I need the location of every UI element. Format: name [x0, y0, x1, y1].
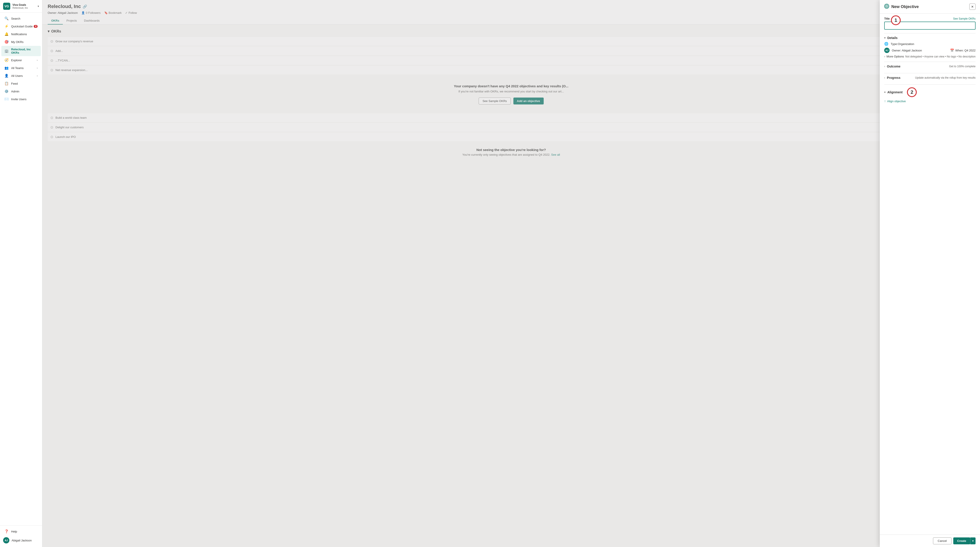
sidebar-item-myokrs[interactable]: 🎯 My OKRs [2, 38, 41, 46]
outcome-section-header[interactable]: › Outcome Get to 100% complete [884, 65, 975, 68]
sidebar-item-label: All Users [11, 74, 37, 78]
sidebar-item-label: Feed [11, 82, 38, 85]
okr-label: Grow our company's revenue [56, 40, 93, 43]
empty-state-title: Your company doesn't have any Q4 2022 ob… [52, 84, 970, 88]
invite-icon: ✉️ [5, 97, 9, 101]
sidebar-item-invite[interactable]: ✉️ Invite Users [2, 95, 41, 103]
create-button[interactable]: Create [953, 537, 970, 544]
sidebar-item-relecloud[interactable]: 🏢 Relecloud, Inc OKRs [2, 46, 41, 56]
sidebar-item-notifications[interactable]: 🔔 Notifications [2, 30, 41, 38]
type-label: Type:Organization [891, 42, 914, 46]
table-row[interactable]: ⊙ ...TYCAN... [48, 56, 975, 65]
sidebar-bottom: ❓ Help AJ Abigail Jackson [0, 525, 42, 547]
table-row[interactable]: ⊙ Build a world class team [48, 113, 975, 122]
see-sample-link[interactable]: See Sample OKRs [953, 17, 975, 20]
table-row[interactable]: ⊙ Delight our customers [48, 123, 975, 132]
sidebar-item-explorer[interactable]: 🧭 Explorer › [2, 56, 41, 64]
bookmark-button[interactable]: 🔖 Bookmark [104, 11, 122, 14]
okr-label: Add... [56, 49, 63, 52]
close-panel-button[interactable]: ✕ [969, 3, 975, 10]
cancel-button[interactable]: Cancel [933, 537, 951, 544]
more-options-row[interactable]: › More Options Not delegated • Anyone ca… [884, 55, 975, 58]
okr-label: Build a world class team [56, 116, 87, 119]
okr-label: Net revenue expansion... [56, 68, 88, 72]
details-section: ▾ Details 🌐 Type:Organization AJ Owner: … [884, 33, 975, 62]
follow-icon: ✓ [125, 11, 127, 14]
sidebar-expand-icon: ▾ [38, 5, 39, 8]
sidebar-item-allusers[interactable]: 👤 All Users › [2, 72, 41, 80]
when-label: When: Q4 2022 [955, 49, 975, 52]
allteams-chevron-icon: › [37, 67, 38, 69]
alignment-section: ▾ Alignment 2 ↑ Align objective [884, 84, 975, 106]
sidebar-user[interactable]: AJ Abigail Jackson [0, 536, 42, 545]
more-options-label: More Options [886, 55, 904, 58]
progress-section: › Progress Update automatically via the … [884, 73, 975, 84]
empty-state: Your company doesn't have any Q4 2022 ob… [48, 75, 975, 113]
align-up-icon: ↑ [884, 99, 886, 103]
type-row: 🌐 Type:Organization [884, 42, 975, 46]
tab-okrs[interactable]: OKRs [48, 17, 63, 24]
sidebar-header[interactable]: VG Viva Goals Relecloud, Inc ▾ [0, 0, 42, 13]
sidebar-item-label: All Teams [11, 66, 37, 70]
progress-section-header[interactable]: › Progress Update automatically via the … [884, 76, 975, 80]
sidebar-item-label: My OKRs [11, 40, 38, 44]
outcome-section-title: Outcome [887, 65, 900, 68]
panel-footer: Cancel Create ▾ [880, 534, 980, 547]
admin-icon: ⚙️ [5, 89, 9, 93]
alignment-section-header[interactable]: ▾ Alignment 2 [884, 87, 975, 97]
table-row[interactable]: ⊙ Add... [48, 46, 975, 55]
details-section-header[interactable]: ▾ Details [884, 36, 975, 40]
create-button-group: Create ▾ [953, 537, 975, 544]
svg-point-2 [886, 6, 887, 7]
sidebar-item-label: Search [11, 17, 38, 20]
create-dropdown-button[interactable]: ▾ [970, 537, 975, 544]
owner-row: AJ Owner: Abigail Jackson 📅 When: Q4 202… [884, 48, 975, 53]
progress-chevron-icon: › [884, 76, 885, 79]
table-row[interactable]: ⊙ Launch our IPO [48, 132, 975, 141]
okr-label: ...TYCAN... [56, 59, 70, 62]
myokrs-icon: 🎯 [5, 40, 9, 44]
main-header: Relecloud, Inc 🔗 Owner: Abigail Jackson … [42, 0, 980, 25]
sidebar-app-title: Viva Goals [13, 3, 38, 6]
notifications-icon: 🔔 [5, 32, 9, 36]
sidebar-item-allteams[interactable]: 👥 All Teams › [2, 64, 41, 72]
sidebar-item-help[interactable]: ❓ Help [2, 528, 41, 535]
align-objective-link[interactable]: ↑ Align objective [884, 99, 975, 103]
not-seeing-title: Not seeing the objective you're looking … [48, 148, 975, 152]
main-meta: Owner: Abigail Jackson 👤 0 Followers 🔖 B… [48, 11, 975, 14]
add-objective-button[interactable]: Add an objective [513, 97, 544, 105]
table-row[interactable]: ⊙ Net revenue expansion... [48, 66, 975, 75]
sidebar-item-label: Explorer [11, 59, 37, 62]
avatar: AJ [3, 537, 10, 544]
see-all-link[interactable]: See all [551, 153, 560, 156]
main-title-row: Relecloud, Inc 🔗 [48, 3, 975, 10]
sidebar-item-admin[interactable]: ⚙️ Admin [2, 87, 41, 95]
sidebar-item-quickstart[interactable]: ⚡ Quickstart Guide 4 [2, 22, 41, 30]
sidebar-item-label: Relecloud, Inc OKRs [11, 48, 38, 54]
owner-avatar: AJ [884, 48, 889, 53]
table-row[interactable]: ⊙ Grow our company's revenue [48, 37, 975, 46]
details-chevron-icon: ▾ [884, 36, 886, 40]
tab-projects[interactable]: Projects [63, 17, 80, 24]
okr-icon: ⊙ [50, 116, 53, 120]
outcome-section: › Outcome Get to 100% complete [884, 62, 975, 73]
quickstart-icon: ⚡ [5, 24, 9, 28]
follow-button[interactable]: ✓ Follow [125, 11, 137, 14]
not-seeing-sub: You're currently only seeing objectives … [48, 153, 975, 156]
see-sample-okrs-button[interactable]: See Sample OKRs [479, 97, 511, 105]
progress-note: Update automatically via the rollup from… [915, 76, 975, 79]
okr-list-2: ⊙ Build a world class team ⊙ Delight our… [48, 113, 975, 141]
owner-label: Owner: Abigail Jackson [892, 49, 922, 52]
followers-count: 👤 0 Followers [81, 11, 100, 14]
sidebar: VG Viva Goals Relecloud, Inc ▾ 🔍 Search … [0, 0, 42, 547]
annotation-2: 2 [907, 87, 917, 97]
calendar-icon: 📅 [950, 49, 954, 52]
tab-dashboards[interactable]: Dashboards [80, 17, 103, 24]
sidebar-item-feed[interactable]: 📋 Feed [2, 80, 41, 87]
sidebar-item-search[interactable]: 🔍 Search [2, 15, 41, 22]
sidebar-org-name: Relecloud, Inc [13, 6, 38, 9]
external-link-icon[interactable]: 🔗 [83, 5, 87, 9]
sidebar-item-label: Admin [11, 90, 38, 93]
allusers-chevron-icon: › [37, 75, 38, 77]
main-tabs: OKRs Projects Dashboards [48, 17, 975, 24]
